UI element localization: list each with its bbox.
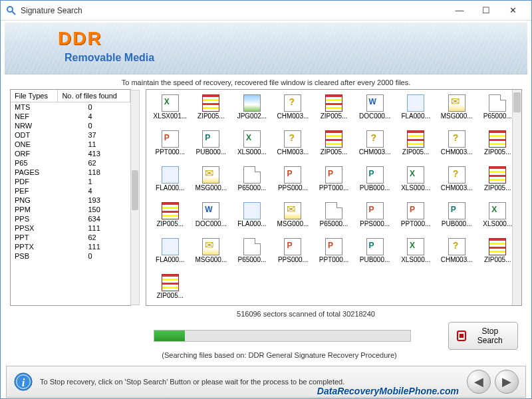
prev-button[interactable]: ◀ — [467, 370, 491, 394]
file-item[interactable]: PPS000... — [273, 236, 313, 271]
file-label: XLS000... — [401, 256, 430, 263]
file-item[interactable]: PPS000... — [273, 164, 313, 199]
table-row[interactable]: PNG193 — [11, 196, 130, 205]
file-item[interactable]: CHM003... — [273, 128, 313, 163]
file-item[interactable]: FLA000... — [232, 200, 272, 235]
file-item[interactable]: ZIP005... — [150, 272, 190, 306]
files-scrollbar[interactable] — [512, 90, 521, 305]
file-label: PUB000... — [360, 256, 390, 263]
file-item[interactable]: PUB000... — [355, 236, 395, 271]
file-label: XLSX001... — [153, 112, 187, 120]
file-item[interactable]: P65000... — [232, 236, 272, 271]
table-row[interactable]: ONE11 — [11, 140, 130, 149]
file-item[interactable]: ZIP005... — [396, 128, 436, 163]
table-row[interactable]: NEF4 — [11, 112, 130, 121]
file-item[interactable]: MSG000... — [437, 92, 477, 127]
file-icon — [488, 130, 507, 148]
cell-count: 0 — [84, 102, 130, 112]
file-icon — [448, 130, 466, 148]
table-row[interactable]: PDF1 — [11, 177, 130, 186]
file-label: PUB000... — [360, 184, 390, 192]
file-item[interactable]: XLS000... — [396, 236, 436, 271]
file-icon — [448, 237, 466, 256]
table-row[interactable]: NRW0 — [11, 121, 130, 130]
stop-icon — [457, 331, 467, 341]
file-label: FLA000... — [237, 220, 266, 227]
table-row[interactable]: PSB0 — [11, 251, 130, 261]
table-row[interactable]: PPSX111 — [11, 223, 130, 233]
file-item[interactable]: PPS000... — [355, 200, 395, 235]
window-title: Signature Search — [21, 6, 446, 15]
file-item[interactable]: ZIP005... — [314, 92, 354, 127]
file-label: CHM003... — [441, 256, 473, 263]
file-item[interactable]: FLA000... — [396, 92, 436, 127]
file-label: DOC000... — [196, 220, 227, 227]
file-item[interactable]: FLA000... — [150, 236, 190, 271]
file-item[interactable]: XLS000... — [232, 128, 272, 163]
file-item[interactable]: PPT000... — [150, 128, 190, 163]
file-item[interactable]: ZIP005... — [150, 200, 190, 235]
scrollbar-thumb[interactable] — [132, 170, 138, 210]
maximize-button[interactable]: ☐ — [473, 4, 499, 17]
file-item[interactable]: P65000... — [232, 164, 272, 199]
table-row[interactable]: PPM150 — [11, 205, 130, 214]
file-item[interactable]: PUB000... — [192, 128, 231, 163]
next-button[interactable]: ▶ — [495, 370, 519, 394]
file-label: XLS000... — [401, 184, 430, 192]
watermark: DataRecoveryMobilePhone.com — [317, 386, 459, 396]
file-item[interactable]: CHM003... — [437, 236, 477, 271]
file-item[interactable]: P65000... — [314, 200, 354, 235]
table-row[interactable]: PAGES118 — [11, 168, 130, 177]
file-icon — [243, 94, 261, 112]
minimize-button[interactable]: — — [446, 4, 473, 17]
table-row[interactable]: P6562 — [11, 158, 130, 168]
file-label: PUB000... — [196, 148, 227, 156]
file-item[interactable]: DOC000... — [192, 200, 231, 235]
file-icon — [283, 166, 302, 184]
file-item[interactable]: CHM003... — [437, 164, 477, 199]
banner-subtitle: Removable Media — [65, 52, 154, 64]
file-item[interactable]: PPT000... — [314, 164, 354, 199]
file-icon — [161, 166, 180, 184]
file-item[interactable]: XLS000... — [396, 164, 436, 199]
svg-text:i: i — [22, 376, 25, 389]
file-item[interactable]: CHM003... — [437, 128, 477, 163]
file-item[interactable]: XLSX001... — [150, 92, 190, 127]
file-item[interactable]: MSG000... — [192, 236, 231, 271]
file-item[interactable]: ZIP005... — [314, 128, 354, 163]
file-item[interactable]: PUB000... — [355, 164, 395, 199]
notice-text: To maintain the speed of recovery, recov… — [1, 74, 531, 89]
file-item[interactable]: PUB000... — [437, 200, 477, 235]
table-row[interactable]: ORF413 — [11, 149, 130, 158]
file-item[interactable]: PPT000... — [396, 200, 436, 235]
file-item[interactable]: ZIP005... — [192, 92, 231, 127]
file-item[interactable]: MSG000... — [192, 164, 231, 199]
table-row[interactable]: MTS0 — [11, 102, 130, 112]
file-item[interactable]: PPT000... — [314, 236, 354, 271]
cell-count: 111 — [84, 223, 130, 233]
file-item[interactable]: JPG002... — [232, 92, 272, 127]
file-item[interactable]: CHM003... — [273, 92, 313, 127]
table-row[interactable]: PPS634 — [11, 214, 130, 223]
file-item[interactable]: FLA000... — [150, 164, 190, 199]
col-files-found[interactable]: No. of files found — [58, 90, 130, 102]
file-item[interactable]: MSG000... — [273, 200, 313, 235]
cell-count: 4 — [84, 112, 130, 121]
table-row[interactable]: PEF4 — [11, 186, 130, 196]
scrollbar-thumb[interactable] — [513, 92, 521, 112]
cell-count: 0 — [84, 121, 130, 130]
table-row[interactable]: PPT62 — [11, 233, 130, 242]
file-icon — [201, 94, 220, 112]
file-label: PPT000... — [156, 148, 185, 156]
file-item[interactable]: DOC000... — [355, 92, 395, 127]
cell-count: 62 — [84, 233, 130, 242]
close-button[interactable]: ✕ — [499, 4, 526, 17]
table-row[interactable]: PPTX111 — [11, 242, 130, 251]
stop-search-button[interactable]: Stop Search — [448, 322, 518, 350]
table-row[interactable]: ODT37 — [11, 130, 130, 140]
left-scrollbar[interactable] — [130, 90, 140, 305]
cell-count: 150 — [84, 205, 130, 214]
col-file-types[interactable]: File Types — [11, 90, 58, 102]
file-item[interactable]: CHM003... — [355, 128, 395, 163]
file-icon — [448, 94, 466, 112]
